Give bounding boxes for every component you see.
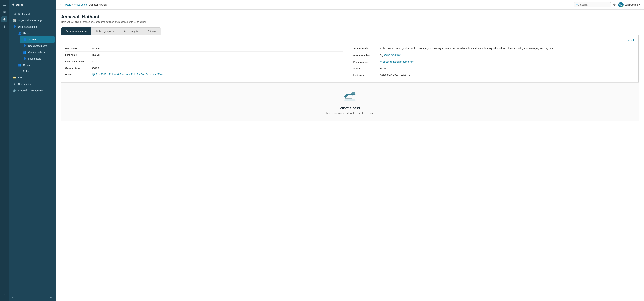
field-label-organization: Organization (65, 66, 89, 70)
whats-next-illustration (342, 89, 358, 103)
field-status: Status Active (354, 65, 634, 72)
chevron-right-icon: › (51, 64, 51, 66)
sidebar-item-active-users[interactable]: 👤 Active users (20, 36, 55, 42)
active-users-icon: 👤 (23, 38, 26, 41)
sidebar-item-groups[interactable]: 👥 Groups › (15, 62, 55, 68)
org-settings-icon: 🏢 (13, 19, 16, 22)
chevron-right-icon: › (51, 83, 51, 85)
user-management-sub: 👤 Users ˅ 👤 Active users 👤 Deactivated u… (9, 30, 56, 74)
external-link-icon: ↗ (106, 73, 108, 76)
phone-link[interactable]: 📞 +917972108205 (380, 54, 401, 56)
settings-nav-icon[interactable]: ⚙ (1, 16, 8, 22)
sidebar-item-label: User management (18, 26, 38, 28)
field-value-status: Active (380, 67, 634, 70)
edit-link-row: ✏ Edit (65, 39, 634, 42)
sidebar-nav: ▦ Dashboard 🏢 Organizational settings › … (9, 10, 56, 95)
whats-next-section: What's next Next steps can be to link th… (61, 82, 639, 121)
page-subtitle: Here you will find all properties, confi… (61, 21, 639, 23)
field-last-name: Last name Nathani (65, 52, 343, 58)
field-label-admin-levels: Admin levels (354, 47, 377, 50)
sidebar-expand-btn[interactable]: >> (10, 296, 16, 299)
breadcrumb: Users / Active users / Abbasali Nathani (65, 3, 107, 6)
roles-icon: 🛡 (18, 70, 22, 73)
sidebar-item-guest-members[interactable]: 👥 Guest members (20, 49, 55, 55)
expand-nav-icon[interactable]: » (1, 292, 8, 298)
field-value-roles: QA Role2809 ↗ Rolesanity79 ↗ New Role Fo… (92, 73, 343, 76)
sidebar-item-user-management[interactable]: 👤 User management ˅ (10, 24, 55, 30)
whats-next-title: What's next (65, 106, 634, 110)
sidebar-item-label: Groups (23, 64, 31, 66)
sidebar-collapse-btn[interactable]: << (49, 296, 54, 299)
edit-button[interactable]: ✏ Edit (628, 39, 634, 42)
admin-gear-icon: ⚙ (12, 3, 14, 6)
role-link-test2710[interactable]: test2710 ↗ (153, 73, 164, 76)
cloud-nav-icon[interactable]: ☁ (1, 2, 8, 8)
sidebar-item-configuration[interactable]: ⚙ Configuration › (10, 81, 55, 87)
field-label-status: Status (354, 67, 377, 70)
user-menu-button[interactable]: SU Sunil Gowda ▾ (618, 2, 640, 8)
sidebar-item-label: Users (23, 32, 29, 34)
tab-general-information[interactable]: General information (61, 27, 91, 35)
fields-grid: First name Abbasali Last name Nathani La… (65, 45, 634, 78)
role-link-new-role-doc-coll[interactable]: New Role For Doc Coll ↗ (126, 73, 152, 76)
email-link[interactable]: ✉ abbasali.nathani@decos.com (380, 60, 414, 63)
search-input[interactable] (580, 3, 608, 6)
breadcrumb-sep1: / (72, 3, 73, 6)
sidebar-item-org-settings[interactable]: 🏢 Organizational settings › (10, 17, 55, 24)
field-email-address: Email address ✉ abbasali.nathani@decos.c… (354, 59, 634, 65)
sidebar-item-label: Import users (28, 57, 41, 60)
tab-linked-groups[interactable]: Linked groups (3) (91, 27, 119, 35)
tab-settings[interactable]: Settings (142, 27, 161, 35)
sidebar-footer: >> << (9, 294, 56, 301)
chevron-down-icon: ˅ (50, 32, 51, 34)
sidebar: ⚙ Admin ▦ Dashboard 🏢 Organizational set… (9, 0, 56, 301)
field-label-email: Email address (354, 60, 377, 64)
whats-next-text: Next steps can be to link this user to a… (65, 112, 634, 114)
breadcrumb-users[interactable]: Users (65, 3, 71, 6)
sidebar-item-users[interactable]: 👤 Users ˅ (15, 30, 55, 36)
back-button[interactable]: ← (60, 3, 62, 6)
tabs: General information Linked groups (3) Ac… (61, 27, 639, 35)
sidebar-item-billing[interactable]: 💳 Billing › (10, 74, 55, 81)
field-value-last-login: October 27, 2023 - 12:08 PM (380, 74, 634, 76)
field-value-last-name: Nathani (92, 53, 343, 56)
role-link-rolesanity79[interactable]: Rolesanity79 ↗ (109, 73, 125, 76)
external-link-icon: ↗ (162, 73, 164, 76)
dashboard-icon: ▦ (13, 12, 16, 16)
chevron-right-icon: › (51, 20, 51, 21)
deactivated-users-icon: 👤 (23, 44, 26, 48)
svg-rect-1 (344, 98, 352, 99)
field-value-admin-levels: Collaboration Default, Collaboration Man… (380, 47, 634, 50)
user-mgmt-icon: 👤 (13, 25, 16, 28)
field-last-name-prefix: Last name prefix - (65, 58, 343, 65)
field-roles: Roles QA Role2809 ↗ Rolesanity79 ↗ New R… (65, 71, 343, 78)
upload-nav-icon[interactable]: ⬆ (1, 24, 8, 30)
groups-icon: 👥 (18, 64, 22, 66)
grid-nav-icon[interactable]: ⊞ (1, 9, 8, 15)
header-right: 🔍 ⚙ SU Sunil Gowda ▾ (574, 2, 640, 8)
search-icon: 🔍 (576, 3, 579, 6)
field-label-last-name-prefix: Last name prefix (65, 60, 89, 63)
role-link-qa-role2809[interactable]: QA Role2809 ↗ (92, 73, 108, 76)
sidebar-item-roles[interactable]: 🛡 Roles (15, 68, 55, 74)
search-box[interactable]: 🔍 (574, 2, 611, 7)
sidebar-item-label: Deactivated users (28, 44, 47, 47)
sidebar-item-deactivated-users[interactable]: 👤 Deactivated users (20, 43, 55, 49)
settings-gear-icon[interactable]: ⚙ (613, 3, 616, 6)
breadcrumb-active-users[interactable]: Active users (74, 3, 86, 6)
field-phone-number: Phone number 📞 +917972108205 (354, 52, 634, 59)
breadcrumb-sep2: / (88, 3, 88, 6)
page-content: Abbasali Nathani Here you will find all … (56, 10, 644, 301)
sidebar-item-dashboard[interactable]: ▦ Dashboard (10, 11, 55, 17)
external-link-icon: ↗ (150, 73, 152, 76)
sidebar-item-integration-mgmt[interactable]: 🔗 Integration management › (10, 87, 55, 94)
tab-access-rights[interactable]: Access rights (119, 27, 142, 35)
sidebar-item-label: Active users (28, 38, 41, 41)
avatar-initials: SU (619, 4, 622, 6)
sidebar-title: Admin (16, 3, 24, 6)
sidebar-item-label: Dashboard (18, 13, 30, 16)
sidebar-item-label: Organizational settings (18, 19, 42, 22)
user-name: Sunil Gowda (624, 3, 638, 6)
sidebar-item-import-users[interactable]: 👤 Import users (20, 56, 55, 62)
sidebar-item-label: Roles (23, 70, 29, 72)
